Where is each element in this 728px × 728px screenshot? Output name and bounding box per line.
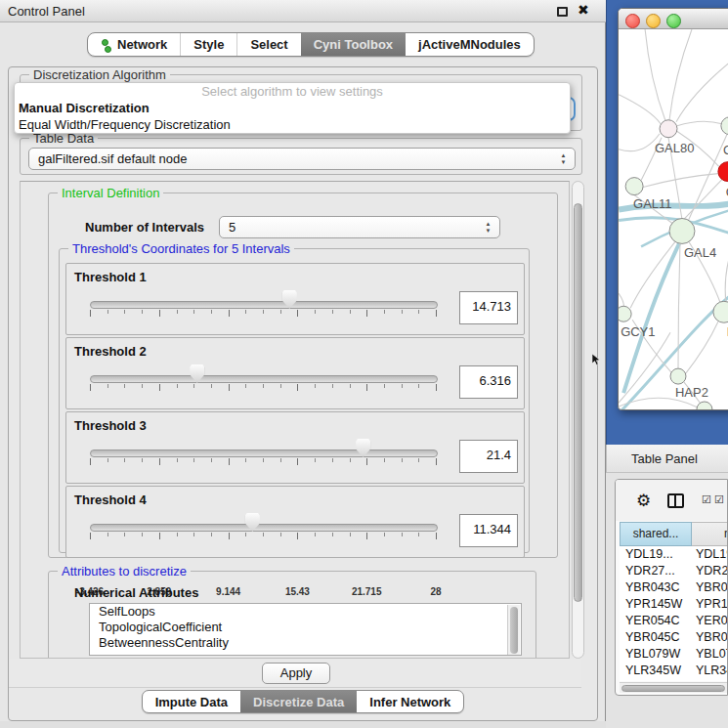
table-row[interactable]: YLR345WYLR345W: [620, 663, 728, 679]
network-view-window[interactable]: GAL80 GA GAL11 GAL4 GCY1 H HAP2 C: [618, 8, 728, 410]
node-gcy1[interactable]: [619, 306, 631, 321]
panel-title: Control Panel: [8, 4, 85, 19]
threshold-value-field[interactable]: 11.344: [459, 514, 518, 547]
table-row[interactable]: YBR043CYBR043C: [620, 579, 728, 596]
thresholds-group: Threshold's Coordinates for 5 Intervals …: [59, 248, 530, 553]
cell-name[interactable]: YPR145W: [692, 596, 728, 613]
table-row[interactable]: YBR045CYBR045C: [620, 629, 728, 646]
table-row[interactable]: YDL19...YDL19...: [620, 546, 728, 563]
table-data-combo[interactable]: galFiltered.sif default node ▲▼: [28, 148, 576, 170]
cell-shared-name[interactable]: YPR145W: [620, 596, 692, 613]
dropdown-option-manual[interactable]: Manual Discretization: [15, 100, 570, 116]
mac-minimize-icon[interactable]: [646, 14, 661, 28]
threshold-slider-track[interactable]: [90, 524, 438, 532]
tab-label: Select: [250, 37, 287, 52]
threshold-slider-track[interactable]: [90, 450, 438, 457]
node-hap2[interactable]: [670, 368, 686, 384]
tab-impute-data[interactable]: Impute Data: [143, 691, 240, 712]
node-gal4[interactable]: [669, 219, 695, 244]
node-label: GAL11: [633, 196, 671, 211]
column-header-name[interactable]: name: [692, 522, 728, 546]
cell-name[interactable]: YBL079W: [692, 646, 728, 663]
checkbox-icon[interactable]: ☑: [702, 494, 711, 505]
dropdown-option-equal-width[interactable]: Equal Width/Frequency Discretization: [15, 116, 570, 133]
cell-name[interactable]: YER054C: [692, 613, 728, 629]
node-bottom-partial[interactable]: [697, 402, 712, 410]
attribute-item[interactable]: SelfLoops: [90, 604, 521, 620]
tick-mark: [107, 533, 108, 536]
node-ga[interactable]: [721, 117, 728, 135]
settings-scrollbar[interactable]: [572, 181, 584, 659]
tick-mark: [245, 458, 246, 462]
threshold-panel: Threshold 4 -3.4262.8599.14415.4321.7152…: [65, 486, 525, 558]
numerical-attributes-list[interactable]: SelfLoopsTopologicalCoefficientBetweenne…: [89, 603, 522, 656]
node-h[interactable]: [713, 301, 728, 322]
table-row[interactable]: YPR145WYPR145W: [620, 596, 728, 613]
tick-mark: [142, 533, 143, 536]
tick-mark: [332, 310, 333, 314]
list-scrollbar[interactable]: [507, 605, 520, 656]
gear-icon[interactable]: ⚙: [636, 492, 651, 509]
cell-name[interactable]: YBR045C: [692, 629, 728, 646]
table-row[interactable]: YER054CYER054C: [620, 613, 728, 629]
cell-shared-name[interactable]: YBR045C: [620, 629, 692, 646]
num-intervals-combo[interactable]: 5 ▲▼: [219, 216, 500, 238]
attribute-item[interactable]: BetweennessCentrality: [90, 635, 521, 651]
cell-name[interactable]: YIL052C: [692, 679, 728, 681]
cell-name[interactable]: YBR043C: [692, 579, 728, 596]
close-icon[interactable]: ✖: [578, 2, 589, 18]
tab-jactivemnodules[interactable]: jActiveMNodules: [406, 33, 534, 56]
split-columns-icon[interactable]: [667, 493, 684, 508]
bottom-tabbar: Impute DataDiscretize DataInfer Network: [0, 690, 606, 713]
threshold-slider-track[interactable]: [90, 375, 438, 383]
table-row[interactable]: YIL052CYIL052C: [620, 679, 728, 681]
threshold-label: Threshold 4: [74, 492, 147, 507]
tab-network[interactable]: Network: [88, 33, 180, 56]
apply-button[interactable]: Apply: [262, 663, 330, 684]
list-scrollbar-thumb[interactable]: [510, 607, 518, 654]
mac-zoom-icon[interactable]: [666, 14, 681, 28]
column-header-shared-name[interactable]: shared...: [620, 522, 692, 546]
cell-shared-name[interactable]: YIL052C: [620, 679, 692, 681]
tab-select[interactable]: Select: [236, 33, 300, 56]
threshold-value-field[interactable]: 14.713: [459, 291, 518, 324]
attribute-item[interactable]: TopologicalCoefficient: [90, 620, 521, 635]
float-window-icon[interactable]: [557, 7, 568, 17]
node-selected-red[interactable]: [718, 162, 728, 182]
tick-mark: [280, 310, 281, 314]
tick-mark: [193, 384, 194, 388]
network-window-titlebar: [619, 9, 728, 29]
tab-discretize-data[interactable]: Discretize Data: [240, 691, 357, 712]
cell-name[interactable]: YLR345W: [692, 663, 728, 679]
cell-shared-name[interactable]: YBL079W: [620, 646, 692, 663]
tick-mark: [193, 458, 194, 462]
checkbox-icon[interactable]: ☑: [714, 494, 724, 505]
cell-shared-name[interactable]: YLR345W: [620, 663, 692, 679]
threshold-slider-track[interactable]: [90, 301, 438, 309]
node-gal80[interactable]: [660, 120, 677, 138]
cell-shared-name[interactable]: YDL19...: [620, 546, 692, 563]
tick-mark: [245, 310, 246, 314]
threshold-value-field[interactable]: 21.4: [459, 440, 518, 473]
cell-name[interactable]: YDL19...: [692, 546, 728, 563]
node-label: GA: [723, 143, 728, 157]
table-hscrollbar-thumb[interactable]: [621, 685, 725, 692]
settings-scrollbar-thumb[interactable]: [574, 203, 582, 602]
table-row[interactable]: YBL079WYBL079W: [620, 646, 728, 663]
tick-mark: [229, 384, 230, 391]
cell-shared-name[interactable]: YDR27...: [620, 563, 692, 579]
tab-infer-network[interactable]: Infer Network: [357, 691, 463, 712]
mouse-cursor: [592, 354, 601, 365]
tick-mark: [366, 458, 367, 465]
tab-style[interactable]: Style: [180, 33, 236, 56]
cell-name[interactable]: YDR27...: [692, 563, 728, 579]
mac-close-icon[interactable]: [625, 14, 640, 28]
tab-cyni-toolbox[interactable]: Cyni Toolbox: [301, 33, 406, 56]
cell-shared-name[interactable]: YER054C: [620, 613, 692, 629]
node-gal11[interactable]: [625, 178, 643, 195]
cell-shared-name[interactable]: YBR043C: [620, 579, 692, 596]
table-hscrollbar[interactable]: [620, 682, 728, 693]
table-row[interactable]: YDR27...YDR27...: [620, 563, 728, 579]
network-canvas[interactable]: GAL80 GA GAL11 GAL4 GCY1 H HAP2 C: [619, 29, 728, 410]
threshold-value-field[interactable]: 6.316: [459, 365, 518, 399]
